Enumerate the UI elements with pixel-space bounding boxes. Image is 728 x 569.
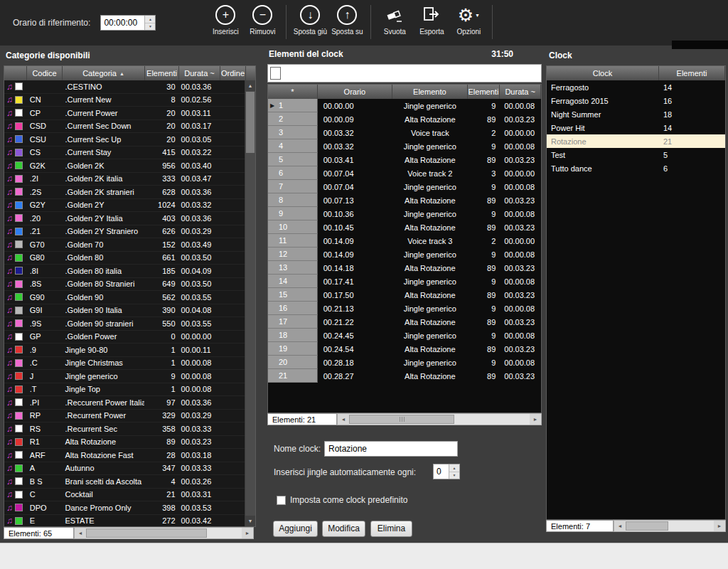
column-header-elemento[interactable]: Elemento: [392, 85, 467, 99]
category-row[interactable]: ♫G2K.Golden 2K95600.03.40: [4, 159, 245, 173]
scroll-track[interactable]: [349, 414, 530, 425]
column-header-clock[interactable]: Clock: [547, 66, 659, 80]
clock-element-row[interactable]: 1▶00.00.00Jingle generico900.00.08: [268, 99, 541, 112]
category-row[interactable]: ♫R1Alta Rotazione8900.03.23: [4, 436, 245, 450]
scroll-left-icon[interactable]: ◄: [614, 521, 626, 531]
jingle-interval-input[interactable]: ▲ ▼: [433, 464, 460, 479]
clock-elements-horizontal-scrollbar[interactable]: ◄ ►: [337, 413, 542, 425]
scroll-thumb[interactable]: [349, 415, 454, 424]
clock-row[interactable]: Rotazione21: [547, 134, 725, 148]
spin-down-icon[interactable]: ▼: [145, 23, 155, 31]
column-header-elementi[interactable]: Elementi: [659, 66, 725, 80]
clock-element-row[interactable]: 400.03.32Jingle generico900.00.08: [268, 139, 541, 153]
category-row[interactable]: ♫EESTATE27200.03.42: [4, 515, 245, 527]
category-row[interactable]: ♫RP.Recurrent Power32900.03.29: [4, 410, 245, 423]
clock-element-row[interactable]: 1400.17.41Jingle generico900.00.08: [268, 275, 541, 288]
category-row[interactable]: ♫.TJingle Top100.00.08: [4, 383, 245, 397]
category-row[interactable]: ♫.8S.Golden 80 Stranieri64900.03.50: [4, 278, 245, 292]
scroll-track[interactable]: [86, 528, 242, 538]
category-row[interactable]: ♫ARFAlta Rotazione Fast2800.03.18: [4, 449, 245, 462]
clock-element-row[interactable]: 1200.14.09Jingle generico900.00.08: [268, 248, 541, 261]
category-row[interactable]: ♫CP.Current Power2000.03.11: [4, 107, 245, 120]
scroll-left-icon[interactable]: ◄: [338, 414, 349, 425]
category-row[interactable]: ♫CN.Current New800.02.56: [4, 94, 245, 107]
category-row[interactable]: ♫G2Y.Golden 2Y102400.03.32: [4, 199, 245, 213]
opzioni-button[interactable]: ⚙ ▼ Opzioni: [450, 5, 487, 36]
category-row[interactable]: ♫.CJingle Christmas100.00.08: [4, 357, 245, 371]
category-row[interactable]: ♫.20.Golden 2Y Italia40300.03.36: [4, 212, 245, 225]
reference-time-field[interactable]: [101, 16, 144, 30]
filter-cell-input[interactable]: [270, 67, 281, 80]
category-row[interactable]: ♫CS.Current Stay41500.03.22: [4, 147, 245, 160]
clock-row[interactable]: Ferragosto 201516: [547, 94, 725, 107]
category-row[interactable]: ♫.2I.Golden 2K italia33300.03.47: [4, 173, 245, 186]
svuota-button[interactable]: Svuota: [376, 5, 413, 36]
clock-row[interactable]: Ferragosto14: [547, 80, 725, 94]
category-row[interactable]: ♫.PI.Reccurent Power Italia9700.03.36: [4, 396, 245, 410]
clock-element-row[interactable]: 300.03.32Voice track200.00.00: [268, 126, 541, 139]
clock-row[interactable]: Tutto dance6: [547, 161, 725, 175]
column-header-elementi[interactable]: Elementi: [468, 85, 500, 99]
esporta-button[interactable]: Esporta: [413, 5, 450, 36]
scroll-left-icon[interactable]: ◄: [75, 528, 86, 538]
category-row[interactable]: ♫.2S.Golden 2K stranieri62800.03.36: [4, 186, 245, 199]
scroll-right-icon[interactable]: ►: [530, 414, 541, 425]
column-header-categoria[interactable]: Categoria▲: [63, 66, 145, 80]
spin-down-icon[interactable]: ▼: [449, 472, 459, 479]
scroll-up-icon[interactable]: ▲: [245, 80, 255, 91]
rimuovi-button[interactable]: − Rimuovi: [244, 5, 281, 36]
clock-list-horizontal-scrollbar[interactable]: ◄ ►: [614, 520, 726, 532]
clock-row[interactable]: Night Summer18: [547, 107, 725, 121]
clock-element-row[interactable]: 800.07.13Alta Rotazione8900.03.23: [268, 193, 541, 207]
default-clock-checkbox[interactable]: [277, 496, 286, 505]
category-row[interactable]: ♫DPODance Promo Only39800.03.53: [4, 501, 245, 515]
sposta-giu-button[interactable]: ↓ Sposta giù: [291, 5, 328, 36]
category-row[interactable]: ♫CCocktail2100.03.31: [4, 489, 245, 502]
category-row[interactable]: ♫RS.Recurrent Sec35800.03.33: [4, 422, 245, 436]
elimina-button[interactable]: Elimina: [370, 521, 412, 537]
category-row[interactable]: ♫.9Jingle 90-80100.00.11: [4, 344, 245, 357]
category-row[interactable]: ♫.8I.Golden 80 italia18500.04.09: [4, 265, 245, 278]
category-row[interactable]: ♫G90.Golden 9056200.03.55: [4, 291, 245, 304]
category-row[interactable]: ♫CSU.Current Sec Up2000.03.05: [4, 133, 245, 147]
category-row[interactable]: ♫G9I.Golden 90 Italia39000.04.08: [4, 304, 245, 318]
category-row[interactable]: ♫AAutunno34700.03.33: [4, 462, 245, 476]
scroll-right-icon[interactable]: ►: [714, 521, 725, 531]
clock-element-row[interactable]: 2100.28.27Alta Rotazione8900.03.23: [268, 369, 541, 383]
clock-row[interactable]: Test5: [547, 148, 725, 161]
category-row[interactable]: ♫G70.Golden 7015200.03.49: [4, 238, 245, 252]
category-row[interactable]: ♫G80.Golden 8066100.03.50: [4, 252, 245, 265]
category-row[interactable]: ♫JJingle generico900.00.08: [4, 370, 245, 383]
clock-element-row[interactable]: 1300.14.18Alta Rotazione8900.03.23: [268, 261, 541, 275]
clock-element-row[interactable]: 1800.24.45Jingle generico900.00.08: [268, 329, 541, 342]
categories-vertical-scrollbar[interactable]: ▲ ▼: [245, 80, 255, 526]
clock-element-row[interactable]: 2000.28.18Jingle generico900.00.08: [268, 356, 541, 369]
column-header-durata[interactable]: Durata ~: [500, 85, 541, 99]
clock-element-row[interactable]: 200.00.09Alta Rotazione8900.03.23: [268, 112, 541, 126]
column-header-durata[interactable]: Durata ~: [179, 66, 220, 80]
scroll-right-icon[interactable]: ►: [242, 528, 253, 538]
category-row[interactable]: ♫B SBrani scelti da Ascolta400.03.26: [4, 475, 245, 489]
clock-element-row[interactable]: 1600.21.13Jingle generico900.00.08: [268, 302, 541, 315]
category-row[interactable]: ♫CSD.Current Sec Down2000.03.17: [4, 120, 245, 134]
column-header-col[interactable]: [4, 66, 27, 80]
reference-time-input[interactable]: ▲ ▼: [100, 15, 156, 31]
clock-element-row[interactable]: 1900.24.54Alta Rotazione8900.03.23: [268, 342, 541, 356]
scroll-down-icon[interactable]: ▼: [245, 516, 255, 526]
column-header-orario[interactable]: Orario: [318, 85, 392, 99]
reference-time-spinner[interactable]: ▲ ▼: [144, 16, 155, 30]
scroll-thumb[interactable]: [86, 528, 207, 538]
inserisci-button[interactable]: + Inserisci: [207, 5, 244, 36]
clock-element-row[interactable]: 1700.21.22Alta Rotazione8900.03.23: [268, 315, 541, 329]
aggiungi-button[interactable]: Aggiungi: [273, 521, 318, 537]
clock-element-row[interactable]: 700.07.04Jingle generico900.00.08: [268, 180, 541, 193]
clock-row[interactable]: Power Hit14: [547, 121, 725, 134]
clock-element-row[interactable]: 1500.17.50Alta Rotazione8900.03.23: [268, 288, 541, 302]
scroll-thumb[interactable]: [626, 521, 668, 531]
nome-clock-input[interactable]: [324, 441, 458, 457]
scroll-track[interactable]: [626, 521, 714, 531]
jingle-interval-field[interactable]: [434, 464, 449, 479]
column-header-ordine[interactable]: Ordine: [220, 66, 246, 80]
grid-filter-bar[interactable]: [267, 64, 542, 83]
spin-up-icon[interactable]: ▲: [449, 464, 459, 472]
